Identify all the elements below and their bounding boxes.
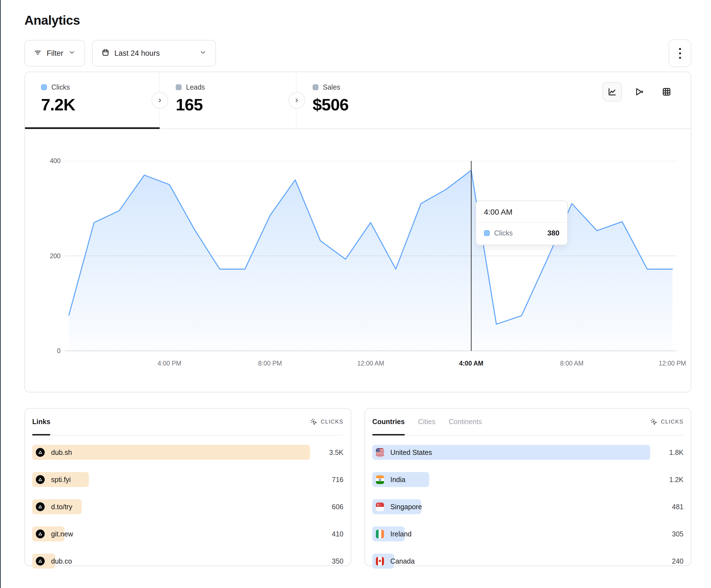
tooltip-value: 380: [547, 229, 559, 238]
country-value: 240: [672, 557, 684, 565]
y-axis-label: 0: [25, 347, 61, 355]
countries-tab-continents[interactable]: Continents: [449, 409, 482, 435]
clicks-stat-value: 7.2K: [41, 95, 159, 114]
sg-flag-icon: [376, 502, 384, 511]
link-label: dub.sh: [51, 449, 72, 456]
x-axis-label: 12:00 AM: [348, 360, 393, 367]
y-axis-label: 200: [25, 252, 61, 260]
tooltip-time: 4:00 AM: [476, 201, 567, 223]
country-row[interactable]: Ireland305: [372, 526, 684, 541]
country-row[interactable]: Canada240: [372, 553, 684, 569]
stat-card-clicks[interactable]: Clicks 7.2K: [25, 72, 159, 129]
line-chart-icon: [607, 87, 617, 96]
table-view-button[interactable]: [657, 82, 676, 101]
link-value: 3.5K: [329, 449, 343, 456]
leads-stat-label: Leads: [186, 83, 205, 91]
country-label: India: [390, 476, 405, 484]
link-row[interactable]: spti.fyi716: [32, 472, 343, 487]
x-axis-label: 8:00 PM: [248, 360, 292, 367]
more-options-button[interactable]: [669, 39, 691, 67]
breakdown-panels: Links CLICKS dub.sh3.5K spti.fyi716 d.to…: [24, 408, 691, 566]
leads-legend-square: [176, 84, 181, 90]
countries-panel: CountriesCitiesContinents CLICKS United …: [365, 408, 691, 566]
country-value: 1.2K: [669, 476, 684, 484]
link-label: d.to/try: [51, 503, 72, 511]
country-value: 1.8K: [669, 449, 684, 456]
country-label: Singapore: [390, 503, 422, 511]
link-value: 606: [332, 503, 343, 511]
dub-logo-icon: [36, 502, 45, 511]
link-bar: [32, 445, 310, 460]
sales-legend-square: [313, 84, 319, 90]
ie-flag-icon: [376, 530, 384, 538]
chevron-down-icon: [199, 49, 207, 58]
clicks-stat-label: Clicks: [51, 83, 70, 91]
date-range-button[interactable]: Last 24 hours: [92, 40, 216, 67]
links-panel: Links CLICKS dub.sh3.5K spti.fyi716 d.to…: [24, 408, 351, 566]
country-label: Ireland: [390, 530, 411, 538]
funnel-chart-view-button[interactable]: [630, 82, 649, 101]
page-title: Analytics: [24, 13, 691, 28]
country-value: 481: [672, 503, 684, 511]
clicks-legend-square: [41, 84, 47, 90]
link-row[interactable]: git.new410: [32, 526, 343, 541]
link-row[interactable]: dub.sh3.5K: [32, 445, 343, 460]
table-grid-icon: [662, 87, 671, 96]
x-axis-label: 4:00 AM: [449, 360, 493, 367]
clicks-area-fill: [69, 170, 672, 351]
link-row[interactable]: dub.co350: [32, 553, 343, 569]
country-value: 305: [672, 530, 684, 538]
dub-logo-icon: [36, 529, 45, 538]
chevron-right-icon: [294, 97, 300, 104]
link-value: 350: [332, 557, 343, 565]
chart-tooltip: 4:00 AM Clicks 380: [476, 201, 568, 245]
x-axis-label: 4:00 PM: [147, 360, 192, 367]
links-metric-label: CLICKS: [321, 419, 343, 425]
expand-sales-button[interactable]: [288, 92, 305, 109]
link-row[interactable]: d.to/try606: [32, 499, 343, 514]
links-tab-links[interactable]: Links: [32, 409, 50, 435]
ca-flag-icon: [376, 557, 384, 566]
kebab-menu-icon: [679, 48, 681, 59]
dub-logo-icon: [36, 475, 45, 484]
area-chart-svg[interactable]: [65, 161, 676, 353]
stats-row: Clicks 7.2K Leads 165 Sales $506: [25, 72, 691, 129]
filter-button[interactable]: Filter: [24, 40, 85, 67]
chevron-down-icon: [68, 49, 76, 58]
line-chart-view-button[interactable]: [602, 82, 622, 101]
dub-logo-icon: [36, 557, 45, 566]
sales-stat-label: Sales: [323, 83, 340, 91]
link-label: spti.fyi: [51, 476, 71, 484]
link-label: git.new: [51, 530, 73, 538]
countries-metric-header[interactable]: CLICKS: [650, 418, 684, 426]
country-label: United States: [390, 449, 432, 456]
x-axis-label: 12:00 PM: [650, 360, 695, 367]
tooltip-legend-square: [484, 230, 490, 236]
filter-lines-icon: [34, 48, 42, 58]
clicks-timeseries-chart[interactable]: 4:00 AM Clicks 380 40020004:00 PM8:00 PM…: [25, 129, 691, 392]
cursor-click-icon: [310, 418, 317, 426]
countries-metric-label: CLICKS: [661, 419, 684, 425]
dub-logo-icon: [36, 448, 45, 457]
tooltip-series-label: Clicks: [494, 229, 513, 237]
chevron-right-icon: [157, 97, 163, 104]
country-row[interactable]: India1.2K: [372, 472, 684, 487]
stat-card-leads[interactable]: Leads 165: [159, 72, 297, 129]
us-flag-icon: [376, 448, 384, 457]
expand-leads-button[interactable]: [152, 92, 168, 109]
countries-tab-cities[interactable]: Cities: [418, 409, 436, 435]
country-row[interactable]: United States1.8K: [372, 445, 684, 460]
in-flag-icon: [376, 475, 384, 484]
cursor-click-icon: [650, 418, 658, 426]
analytics-chart-card: Clicks 7.2K Leads 165 Sales $506: [24, 72, 691, 392]
countries-tab-countries[interactable]: Countries: [372, 409, 405, 435]
links-metric-header[interactable]: CLICKS: [310, 418, 343, 426]
calendar-icon: [102, 48, 109, 58]
country-row[interactable]: Singapore481: [372, 499, 684, 514]
analytics-page: Analytics Filter Last 24 hours: [1, 0, 711, 566]
filter-button-label: Filter: [47, 49, 63, 58]
y-axis-label: 400: [25, 157, 61, 165]
link-label: dub.co: [51, 557, 72, 565]
link-value: 716: [332, 476, 343, 484]
date-range-label: Last 24 hours: [114, 49, 160, 58]
